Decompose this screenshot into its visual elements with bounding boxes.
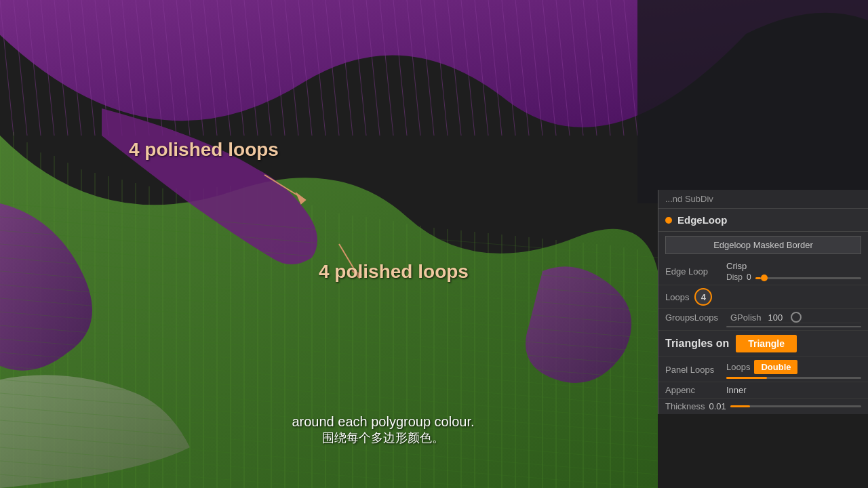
panel-loops-label: Panel Loops: [665, 365, 726, 375]
loops-buttons: Loops Double: [726, 360, 861, 374]
triangle-button[interactable]: Triangle: [736, 335, 797, 352]
masked-border-button[interactable]: Edgeloop Masked Border: [665, 236, 861, 254]
gpolish-slider[interactable]: [726, 326, 861, 327]
edge-loop-row: Edge Loop Crisp Disp 0: [658, 258, 868, 285]
thickness-value: 0.01: [709, 401, 726, 411]
thickness-slider[interactable]: [730, 405, 861, 407]
disp-slider-thumb: [761, 274, 768, 281]
disp-slider-fill: [755, 277, 761, 279]
panel-loops-row: Panel Loops Loops Double: [658, 357, 868, 382]
subtitle-line2: 围绕每个多边形颜色。: [136, 430, 631, 446]
edgeloop-title: EdgeLoop: [677, 214, 727, 226]
double-button[interactable]: Double: [754, 360, 797, 374]
triangles-label: Triangles on: [665, 338, 729, 350]
gpolish-row: GPolish 100: [730, 312, 861, 323]
disp-row: Disp 0: [726, 272, 861, 282]
subtitle-line1: around each polygroup colour.: [136, 414, 631, 430]
disp-label: Disp: [726, 272, 743, 282]
loops-circle: 4: [694, 288, 712, 306]
edgeloop-dot: [665, 217, 672, 224]
loops-panel-slider-fill: [726, 377, 767, 379]
panel-header-partial: ...nd SubDiv: [658, 190, 868, 209]
loops-single-label: Loops: [726, 362, 750, 372]
right-panel: ...nd SubDiv EdgeLoop Edgeloop Masked Bo…: [658, 190, 868, 414]
append-label: Appenc: [665, 385, 726, 395]
gpolish-label: GPolish: [730, 312, 762, 323]
groups-loops-label: GroupsLoops: [665, 312, 726, 323]
thickness-label: Thickness: [665, 401, 705, 411]
crisp-label: Crisp: [726, 261, 861, 271]
triangles-row: Triangles on Triangle: [658, 331, 868, 357]
edge-loop-controls: Crisp Disp 0: [726, 261, 861, 282]
loops-label: Loops: [665, 292, 689, 302]
subtitle-area: around each polygroup colour. 围绕每个多边形颜色。: [136, 414, 631, 446]
thickness-row: Thickness 0.01: [658, 399, 868, 414]
edgeloop-section-header: EdgeLoop: [658, 209, 868, 232]
loops-panel-slider[interactable]: [726, 377, 861, 379]
edge-loop-label: Edge Loop: [665, 266, 726, 277]
append-row: Appenc Inner: [658, 382, 868, 399]
disp-slider-track[interactable]: [755, 277, 861, 279]
gpolish-value: 100: [768, 312, 783, 323]
loops-row: Loops 4: [658, 285, 868, 309]
panel-loops-controls: Loops Double: [726, 360, 861, 379]
disp-value: 0: [747, 272, 751, 282]
gpolish-circle: [791, 312, 802, 323]
thickness-slider-fill: [730, 405, 750, 407]
groups-loops-row: GroupsLoops GPolish 100: [658, 309, 868, 331]
svg-rect-117: [637, 0, 868, 203]
append-value: Inner: [726, 385, 747, 395]
